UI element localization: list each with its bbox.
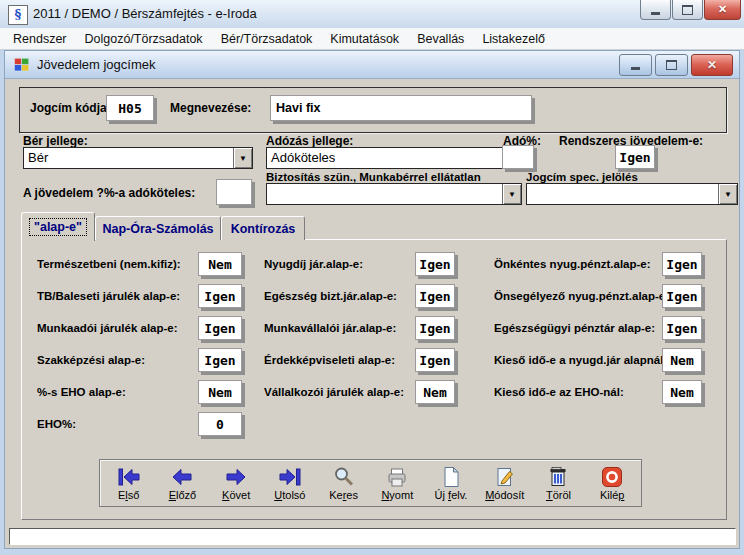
field-value-box[interactable]: Igen <box>415 252 455 276</box>
maximize-icon <box>682 5 693 15</box>
menu-item-bevallas[interactable]: Bevallás <box>408 28 473 50</box>
insurance-select[interactable]: ▼ <box>266 183 522 205</box>
child-minimize-button[interactable] <box>619 54 652 76</box>
field-value-box[interactable]: Igen <box>198 348 242 372</box>
spec-mark-label: Jogcím spec. jelölés <box>526 171 638 183</box>
first-record-icon <box>117 466 141 488</box>
field-row: %-s EHO alap-e: Nem <box>37 376 181 408</box>
toolbar-button-delete[interactable]: Töröl <box>533 466 583 501</box>
menu-item-kimutatasok[interactable]: Kimutatások <box>321 28 408 50</box>
field-row: EHO%: 0 <box>37 408 181 440</box>
field-row: TB/Baleseti járulék alap-e: Igen <box>37 280 181 312</box>
chevron-down-icon[interactable]: ▼ <box>233 148 252 168</box>
window-title: 2011 / DEMO / Bérszámfejtés - e-Iroda <box>33 0 257 28</box>
wage-type-select[interactable]: Bér ▼ <box>23 147 253 169</box>
code-field[interactable]: H05 <box>106 95 154 121</box>
record-toolbar: Első Előző Követ Utolsó Keres Nyomt <box>99 459 642 507</box>
tax-pct-field[interactable] <box>502 145 534 169</box>
toolbar-button-exit[interactable]: Kilép <box>587 466 637 501</box>
window-controls: ✕ <box>640 0 741 20</box>
field-value-box[interactable]: Igen <box>415 348 455 372</box>
income-pct-taxable-field[interactable] <box>216 179 252 205</box>
field-value-box[interactable]: Nem <box>198 380 242 404</box>
field-value-box[interactable]: 0 <box>198 412 242 436</box>
print-icon <box>385 466 409 488</box>
minimize-icon <box>631 67 640 70</box>
field-value-box[interactable]: Nem <box>415 380 455 404</box>
field-row: Egészség bizt.jár.alap-e: Igen <box>264 280 404 312</box>
field-value-box[interactable]: Igen <box>662 284 702 308</box>
field-row: Vállalkozói járulék alap-e: Nem <box>264 376 404 408</box>
field-value-box[interactable]: Igen <box>662 316 702 340</box>
toolbar-button-first-record[interactable]: Első <box>104 466 154 501</box>
insurance-label: Biztosítás szün., Munkabérrel ellátatlan <box>266 171 481 183</box>
toolbar-button-edit[interactable]: Módosít <box>480 466 530 501</box>
minimize-button[interactable] <box>640 0 671 20</box>
exit-icon <box>600 466 624 488</box>
field-value-box[interactable]: Igen <box>662 252 702 276</box>
spec-mark-select[interactable]: ▼ <box>526 183 738 205</box>
field-label: Önsegélyező nyug.pénzt.alap-e: <box>494 290 669 302</box>
close-button[interactable]: ✕ <box>704 0 741 20</box>
toolbar-button-search[interactable]: Keres <box>319 466 369 501</box>
toolbar-button-previous-record[interactable]: Előző <box>157 466 207 501</box>
tax-type-label: Adózás jellege: <box>266 134 353 148</box>
child-titlebar[interactable]: Jövedelem jogcímek ✕ <box>5 51 739 79</box>
field-label: Kieső idő-e az EHO-nál: <box>494 386 624 398</box>
field-row: Munkaadói járulék alap-e: Igen <box>37 312 181 344</box>
name-field[interactable]: Havi fix <box>270 95 532 121</box>
field-row: Nyugdíj jár.alap-e: Igen <box>264 248 404 280</box>
field-label: Nyugdíj jár.alap-e: <box>264 258 363 270</box>
field-label: Vállalkozói járulék alap-e: <box>264 386 404 398</box>
toolbar-button-next-record[interactable]: Követ <box>211 466 261 501</box>
new-record-icon <box>439 466 463 488</box>
toolbar-button-last-record[interactable]: Utolsó <box>265 466 315 501</box>
field-label: Munkaadói járulék alap-e: <box>37 322 178 334</box>
toolbar-button-new-record[interactable]: Új felv. <box>426 466 476 501</box>
maximize-button[interactable] <box>672 0 703 20</box>
tab-nap-ora-szamolas[interactable]: Nap-Óra-Számolás <box>95 216 221 240</box>
regular-income-field[interactable]: Igen <box>615 145 655 169</box>
menu-item-rendszer[interactable]: Rendszer <box>4 28 76 50</box>
field-label: Önkéntes nyug.pénzt.alap-e: <box>494 258 651 270</box>
tax-type-select[interactable]: Adóköteles ▼ <box>266 147 522 169</box>
field-label: Kieső idő-e a nyugd.jár alapnál: <box>494 354 667 366</box>
field-row: Természetbeni (nem.kifiz): Nem <box>37 248 181 280</box>
field-value-box[interactable]: Igen <box>415 316 455 340</box>
field-value-box[interactable]: Nem <box>198 252 242 276</box>
maximize-icon <box>666 60 677 70</box>
toolbar-button-print[interactable]: Nyomt <box>372 466 422 501</box>
child-maximize-button[interactable] <box>655 54 688 76</box>
last-record-icon <box>278 466 302 488</box>
field-row: Érdekképviseleti alap-e: Igen <box>264 344 404 376</box>
field-label: Természetbeni (nem.kifiz): <box>37 258 181 270</box>
field-value-box[interactable]: Nem <box>662 380 702 404</box>
child-window-title: Jövedelem jogcímek <box>37 51 156 79</box>
tab-kontirozas[interactable]: Kontírozás <box>221 216 305 240</box>
field-value-box[interactable]: Igen <box>198 284 242 308</box>
status-field <box>9 528 736 545</box>
wage-type-label: Bér jellege: <box>23 134 88 148</box>
field-column-3: Önkéntes nyug.pénzt.alap-e: Igen Önsegél… <box>494 248 669 408</box>
tab-page-alap-e: Természetbeni (nem.kifiz): Nem TB/Balese… <box>21 239 727 520</box>
child-close-button[interactable]: ✕ <box>691 54 733 76</box>
field-row: Önkéntes nyug.pénzt.alap-e: Igen <box>494 248 669 280</box>
field-row: Szakképzési alap-e: Igen <box>37 344 181 376</box>
application-window: § 2011 / DEMO / Bérszámfejtés - e-Iroda … <box>0 0 744 555</box>
menu-item-listakezelo[interactable]: Listakezelő <box>473 28 554 50</box>
chevron-down-icon[interactable]: ▼ <box>718 184 737 204</box>
delete-icon <box>546 466 570 488</box>
tab-alap-e[interactable]: "alap-e" <box>21 212 95 241</box>
next-record-icon <box>224 466 248 488</box>
close-icon: ✕ <box>718 3 727 16</box>
field-value-box[interactable]: Igen <box>198 316 242 340</box>
titlebar[interactable]: § 2011 / DEMO / Bérszámfejtés - e-Iroda … <box>0 0 744 29</box>
chevron-down-icon[interactable]: ▼ <box>502 184 521 204</box>
window-frame-bottom <box>0 549 744 555</box>
menu-item-dolgozo-torzsadatok[interactable]: Dolgozó/Törzsadatok <box>76 28 212 50</box>
field-value-box[interactable]: Nem <box>662 348 702 372</box>
menu-item-ber-torzsadatok[interactable]: Bér/Törzsadatok <box>212 28 322 50</box>
field-column-1: Természetbeni (nem.kifiz): Nem TB/Balese… <box>37 248 181 440</box>
field-value-box[interactable]: Igen <box>415 284 455 308</box>
menubar: RendszerDolgozó/TörzsadatokBér/Törzsadat… <box>0 28 744 50</box>
